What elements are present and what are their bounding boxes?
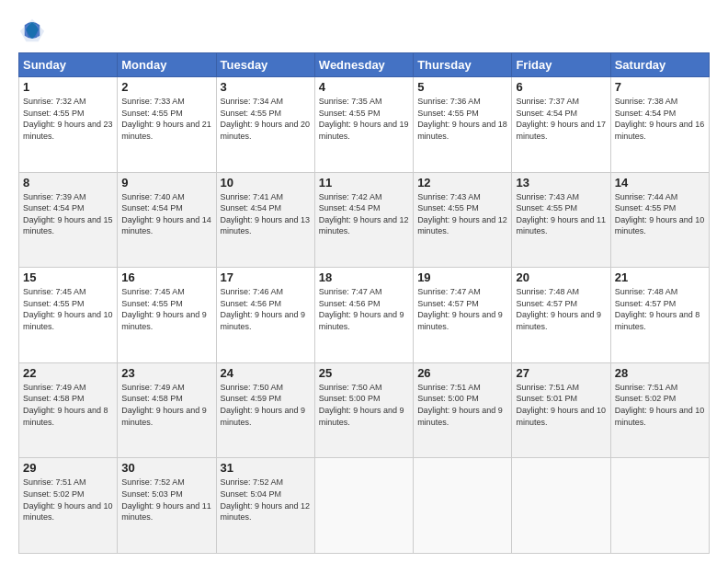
calendar-cell: 21 Sunrise: 7:48 AMSunset: 4:57 PMDaylig… [610, 268, 709, 363]
calendar-cell [414, 458, 512, 554]
day-number: 14 [615, 176, 705, 190]
header [18, 14, 710, 43]
day-info: Sunrise: 7:42 AMSunset: 4:54 PMDaylight:… [319, 191, 409, 237]
day-info: Sunrise: 7:36 AMSunset: 4:55 PMDaylight:… [417, 96, 507, 142]
calendar-cell: 17 Sunrise: 7:46 AMSunset: 4:56 PMDaylig… [216, 268, 314, 363]
calendar-cell: 1 Sunrise: 7:32 AMSunset: 4:55 PMDayligh… [19, 77, 118, 173]
day-info: Sunrise: 7:49 AMSunset: 4:58 PMDaylight:… [121, 382, 211, 428]
day-info: Sunrise: 7:46 AMSunset: 4:56 PMDaylight:… [221, 286, 311, 332]
day-info: Sunrise: 7:35 AMSunset: 4:55 PMDaylight:… [319, 96, 409, 142]
calendar-header: SundayMondayTuesdayWednesdayThursdayFrid… [19, 53, 710, 77]
calendar-cell: 13 Sunrise: 7:43 AMSunset: 4:55 PMDaylig… [512, 172, 610, 268]
day-info: Sunrise: 7:51 AMSunset: 5:02 PMDaylight:… [615, 382, 705, 428]
week-row-3: 15 Sunrise: 7:45 AMSunset: 4:55 PMDaylig… [19, 268, 710, 363]
calendar-cell [314, 458, 413, 554]
day-number: 17 [221, 270, 311, 284]
day-number: 7 [615, 80, 705, 94]
day-number: 19 [417, 270, 507, 284]
calendar-cell: 10 Sunrise: 7:41 AMSunset: 4:54 PMDaylig… [216, 172, 314, 268]
calendar-cell: 3 Sunrise: 7:34 AMSunset: 4:55 PMDayligh… [216, 77, 314, 173]
calendar-cell: 6 Sunrise: 7:37 AMSunset: 4:54 PMDayligh… [512, 77, 610, 173]
calendar-cell: 2 Sunrise: 7:33 AMSunset: 4:55 PMDayligh… [118, 77, 216, 173]
day-info: Sunrise: 7:52 AMSunset: 5:03 PMDaylight:… [121, 477, 211, 523]
weekday-friday: Friday [512, 53, 610, 77]
weekday-row: SundayMondayTuesdayWednesdayThursdayFrid… [19, 53, 710, 77]
day-info: Sunrise: 7:50 AMSunset: 5:00 PMDaylight:… [319, 382, 409, 428]
day-number: 2 [121, 80, 211, 94]
calendar-cell: 14 Sunrise: 7:44 AMSunset: 4:55 PMDaylig… [610, 172, 709, 268]
day-number: 23 [121, 366, 211, 380]
day-number: 3 [221, 80, 311, 94]
day-number: 9 [121, 176, 211, 190]
calendar-body: 1 Sunrise: 7:32 AMSunset: 4:55 PMDayligh… [19, 77, 710, 554]
day-number: 16 [121, 270, 211, 284]
day-info: Sunrise: 7:33 AMSunset: 4:55 PMDaylight:… [121, 96, 211, 142]
day-number: 26 [417, 366, 507, 380]
day-number: 1 [23, 80, 113, 94]
calendar-cell: 4 Sunrise: 7:35 AMSunset: 4:55 PMDayligh… [314, 77, 413, 173]
day-info: Sunrise: 7:51 AMSunset: 5:01 PMDaylight:… [516, 382, 606, 428]
day-info: Sunrise: 7:48 AMSunset: 4:57 PMDaylight:… [516, 286, 606, 332]
day-info: Sunrise: 7:45 AMSunset: 4:55 PMDaylight:… [121, 286, 211, 332]
calendar-cell: 25 Sunrise: 7:50 AMSunset: 5:00 PMDaylig… [314, 362, 413, 458]
day-info: Sunrise: 7:47 AMSunset: 4:56 PMDaylight:… [319, 286, 409, 332]
day-number: 30 [121, 461, 211, 475]
day-info: Sunrise: 7:50 AMSunset: 4:59 PMDaylight:… [221, 382, 311, 428]
day-info: Sunrise: 7:47 AMSunset: 4:57 PMDaylight:… [417, 286, 507, 332]
calendar-cell [512, 458, 610, 554]
day-info: Sunrise: 7:40 AMSunset: 4:54 PMDaylight:… [121, 191, 211, 237]
calendar-cell: 23 Sunrise: 7:49 AMSunset: 4:58 PMDaylig… [118, 362, 216, 458]
day-info: Sunrise: 7:51 AMSunset: 5:00 PMDaylight:… [417, 382, 507, 428]
calendar-cell: 16 Sunrise: 7:45 AMSunset: 4:55 PMDaylig… [118, 268, 216, 363]
calendar-cell: 7 Sunrise: 7:38 AMSunset: 4:54 PMDayligh… [610, 77, 709, 173]
calendar-cell: 12 Sunrise: 7:43 AMSunset: 4:55 PMDaylig… [414, 172, 512, 268]
day-number: 27 [516, 366, 606, 380]
calendar-cell: 22 Sunrise: 7:49 AMSunset: 4:58 PMDaylig… [19, 362, 118, 458]
day-number: 6 [516, 80, 606, 94]
day-info: Sunrise: 7:49 AMSunset: 4:58 PMDaylight:… [23, 382, 113, 428]
calendar-cell: 9 Sunrise: 7:40 AMSunset: 4:54 PMDayligh… [118, 172, 216, 268]
week-row-5: 29 Sunrise: 7:51 AMSunset: 5:02 PMDaylig… [19, 458, 710, 554]
weekday-tuesday: Tuesday [216, 53, 314, 77]
day-number: 20 [516, 270, 606, 284]
day-info: Sunrise: 7:32 AMSunset: 4:55 PMDaylight:… [23, 96, 113, 142]
calendar: SundayMondayTuesdayWednesdayThursdayFrid… [18, 52, 710, 554]
calendar-cell [610, 458, 709, 554]
day-number: 28 [615, 366, 705, 380]
calendar-cell: 5 Sunrise: 7:36 AMSunset: 4:55 PMDayligh… [414, 77, 512, 173]
calendar-cell: 28 Sunrise: 7:51 AMSunset: 5:02 PMDaylig… [610, 362, 709, 458]
day-number: 4 [319, 80, 409, 94]
week-row-4: 22 Sunrise: 7:49 AMSunset: 4:58 PMDaylig… [19, 362, 710, 458]
day-number: 22 [23, 366, 113, 380]
day-number: 18 [319, 270, 409, 284]
calendar-cell: 30 Sunrise: 7:52 AMSunset: 5:03 PMDaylig… [118, 458, 216, 554]
day-info: Sunrise: 7:43 AMSunset: 4:55 PMDaylight:… [417, 191, 507, 237]
calendar-cell: 8 Sunrise: 7:39 AMSunset: 4:54 PMDayligh… [19, 172, 118, 268]
week-row-1: 1 Sunrise: 7:32 AMSunset: 4:55 PMDayligh… [19, 77, 710, 173]
day-info: Sunrise: 7:38 AMSunset: 4:54 PMDaylight:… [615, 96, 705, 142]
day-number: 25 [319, 366, 409, 380]
day-number: 24 [221, 366, 311, 380]
weekday-saturday: Saturday [610, 53, 709, 77]
day-info: Sunrise: 7:45 AMSunset: 4:55 PMDaylight:… [23, 286, 113, 332]
calendar-cell: 18 Sunrise: 7:47 AMSunset: 4:56 PMDaylig… [314, 268, 413, 363]
day-info: Sunrise: 7:48 AMSunset: 4:57 PMDaylight:… [615, 286, 705, 332]
calendar-cell: 20 Sunrise: 7:48 AMSunset: 4:57 PMDaylig… [512, 268, 610, 363]
calendar-cell: 26 Sunrise: 7:51 AMSunset: 5:00 PMDaylig… [414, 362, 512, 458]
day-info: Sunrise: 7:51 AMSunset: 5:02 PMDaylight:… [23, 477, 113, 523]
day-info: Sunrise: 7:44 AMSunset: 4:55 PMDaylight:… [615, 191, 705, 237]
day-number: 15 [23, 270, 113, 284]
calendar-cell: 15 Sunrise: 7:45 AMSunset: 4:55 PMDaylig… [19, 268, 118, 363]
day-number: 29 [23, 461, 113, 475]
calendar-cell: 24 Sunrise: 7:50 AMSunset: 4:59 PMDaylig… [216, 362, 314, 458]
day-number: 11 [319, 176, 409, 190]
logo-icon [18, 17, 46, 43]
weekday-sunday: Sunday [19, 53, 118, 77]
weekday-wednesday: Wednesday [314, 53, 413, 77]
day-number: 8 [23, 176, 113, 190]
calendar-cell: 19 Sunrise: 7:47 AMSunset: 4:57 PMDaylig… [414, 268, 512, 363]
calendar-cell: 29 Sunrise: 7:51 AMSunset: 5:02 PMDaylig… [19, 458, 118, 554]
day-info: Sunrise: 7:41 AMSunset: 4:54 PMDaylight:… [221, 191, 311, 237]
day-info: Sunrise: 7:39 AMSunset: 4:54 PMDaylight:… [23, 191, 113, 237]
day-number: 13 [516, 176, 606, 190]
